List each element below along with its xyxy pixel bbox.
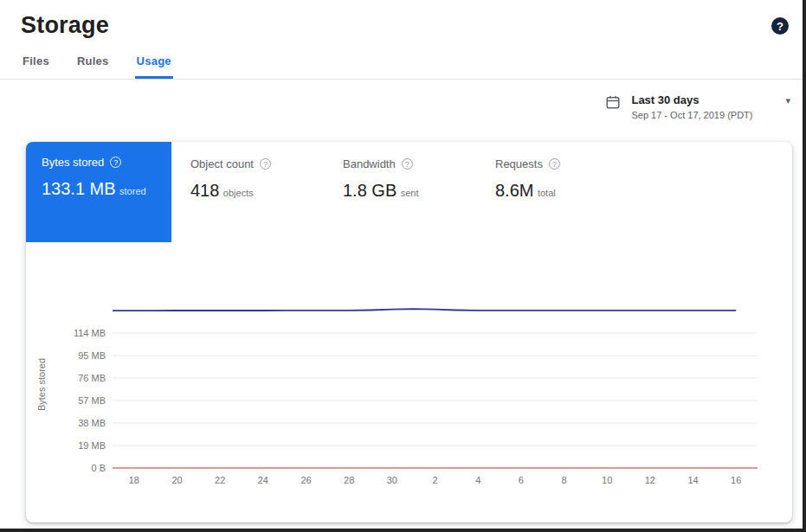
date-range-sublabel: Sep 17 - Oct 17, 2019 (PDT) (631, 110, 752, 120)
tab-files[interactable]: Files (21, 44, 51, 79)
storage-page: Storage ? Files Rules Usage Last 30 days… (0, 0, 806, 532)
metric-object-count[interactable]: Object count ? 418 objects (171, 142, 324, 201)
metric-label: Object count (190, 157, 254, 170)
svg-text:10: 10 (602, 475, 612, 485)
page-header: Storage ? (0, 0, 803, 44)
svg-text:24: 24 (258, 475, 268, 485)
metric-bandwidth[interactable]: Bandwidth ? 1.8 GB sent (324, 142, 476, 201)
svg-text:30: 30 (387, 475, 397, 485)
metric-label: Bandwidth (343, 157, 396, 170)
metric-unit: sent (401, 188, 419, 198)
svg-text:8: 8 (561, 475, 566, 485)
tab-rules[interactable]: Rules (75, 44, 111, 79)
tab-usage[interactable]: Usage (135, 44, 173, 79)
svg-text:19 MB: 19 MB (78, 440, 106, 451)
help-circle-icon: ? (549, 158, 560, 170)
metric-value: 1.8 GB (343, 181, 397, 200)
metric-unit: total (538, 188, 556, 198)
svg-text:2: 2 (432, 475, 437, 485)
bytes-stored-line-chart: 114 MB95 MB76 MB57 MB38 MB19 MB0 B182022… (26, 284, 796, 502)
svg-text:95 MB: 95 MB (78, 350, 106, 361)
help-circle-icon: ? (260, 158, 271, 170)
svg-text:22: 22 (215, 475, 225, 485)
svg-text:20: 20 (171, 475, 182, 485)
svg-text:26: 26 (300, 475, 311, 485)
metric-bytes-stored[interactable]: Bytes stored ? 133.1 MB stored (26, 142, 171, 242)
toolbar: Last 30 days Sep 17 - Oct 17, 2019 (PDT)… (0, 80, 803, 142)
svg-text:14: 14 (687, 475, 698, 485)
usage-card: Bytes stored ? 133.1 MB stored Object co… (26, 142, 792, 522)
date-range-selector[interactable]: Last 30 days Sep 17 - Oct 17, 2019 (PDT)… (605, 93, 790, 142)
metric-value: 418 (190, 181, 219, 200)
metric-label: Requests (495, 157, 543, 170)
tab-bar: Files Rules Usage (0, 44, 803, 80)
metric-requests[interactable]: Requests ? 8.6M total (476, 142, 629, 201)
chevron-down-icon: ▾ (763, 95, 790, 106)
svg-text:4: 4 (475, 475, 480, 485)
svg-text:18: 18 (129, 475, 139, 485)
metric-label: Bytes stored (42, 156, 104, 169)
metric-value: 8.6M (495, 181, 533, 200)
help-circle-icon: ? (402, 158, 413, 170)
svg-text:76 MB: 76 MB (78, 373, 106, 383)
metric-unit: stored (119, 186, 146, 196)
calendar-icon (605, 94, 621, 113)
help-circle-icon: ? (110, 157, 121, 168)
svg-text:Bytes stored: Bytes stored (36, 358, 47, 411)
usage-chart-area: 114 MB95 MB76 MB57 MB38 MB19 MB0 B182022… (26, 284, 792, 505)
date-range-label: Last 30 days (631, 93, 752, 106)
svg-text:57 MB: 57 MB (78, 395, 106, 406)
svg-text:114 MB: 114 MB (74, 328, 106, 338)
svg-text:28: 28 (344, 475, 354, 485)
help-icon: ? (777, 20, 783, 33)
help-button[interactable]: ? (771, 17, 789, 35)
metric-unit: objects (223, 188, 254, 198)
svg-text:16: 16 (731, 475, 741, 485)
page-title: Storage (21, 12, 109, 39)
date-range-text: Last 30 days Sep 17 - Oct 17, 2019 (PDT) (631, 93, 752, 120)
svg-text:38 MB: 38 MB (78, 418, 106, 428)
svg-text:6: 6 (519, 475, 524, 485)
svg-text:0 B: 0 B (91, 463, 106, 473)
svg-text:12: 12 (645, 475, 655, 485)
metric-value: 133.1 MB (42, 179, 116, 198)
metric-tiles: Bytes stored ? 133.1 MB stored Object co… (26, 142, 792, 242)
